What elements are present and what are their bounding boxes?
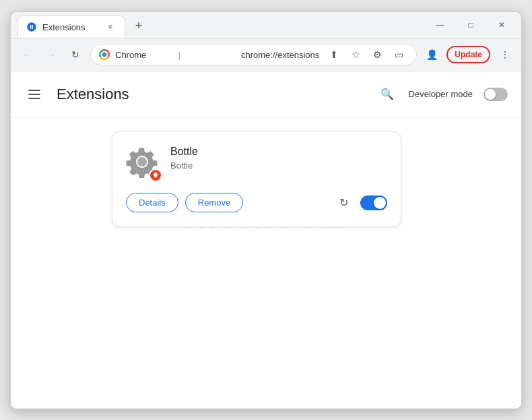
tabs-area: Extensions × + (11, 12, 420, 38)
address-icons: ⬆ ☆ ⚙ ▭ (325, 45, 408, 64)
url-text: chrome://extensions (241, 50, 319, 60)
extension-toggle[interactable] (360, 196, 387, 210)
menu-line-1 (28, 90, 40, 91)
svg-point-0 (137, 156, 147, 167)
forward-button[interactable]: → (42, 45, 61, 64)
profile-icon[interactable]: 👤 (422, 45, 441, 64)
menu-line-2 (28, 94, 40, 95)
back-button[interactable]: ← (18, 45, 36, 64)
menu-button[interactable] (24, 82, 48, 107)
page-content: Extensions 🔍 Developer mode PC RISK.COM (11, 71, 521, 409)
reload-extension-button[interactable]: ↻ (333, 193, 354, 213)
extension-name: Bottle (170, 146, 387, 158)
extension-description: Bottle (170, 160, 387, 171)
chrome-logo-icon (99, 49, 110, 60)
extension-icon-wrap (126, 146, 160, 179)
extensions-body: PC RISK.COM (11, 118, 521, 241)
card-top: Bottle Bottle (126, 146, 387, 179)
close-button[interactable]: ✕ (486, 11, 517, 38)
tab-title: Extensions (42, 22, 99, 32)
card-bottom: Details Remove ↻ (126, 193, 387, 213)
remove-button[interactable]: Remove (185, 193, 243, 212)
extension-badge-icon (149, 169, 162, 182)
active-tab[interactable]: Extensions × (18, 16, 125, 38)
title-bar: Extensions × + — □ ✕ (11, 12, 521, 39)
details-button[interactable]: Details (126, 193, 178, 212)
search-button[interactable]: 🔍 (376, 84, 398, 105)
extension-toggle-knob (374, 197, 386, 209)
site-name: Chrome (115, 50, 170, 60)
browser-window: Extensions × + — □ ✕ ← → ↻ Chrome | chro… (10, 11, 522, 409)
maximize-button[interactable]: □ (455, 11, 486, 38)
bookmark-icon[interactable]: ☆ (346, 45, 365, 64)
extensions-icon[interactable]: ⚙ (368, 45, 387, 64)
more-options-icon[interactable]: ⋮ (496, 45, 514, 64)
reload-button[interactable]: ↻ (66, 45, 85, 64)
update-button[interactable]: Update (446, 46, 490, 63)
toggle-knob (485, 89, 496, 100)
address-separator: | (178, 50, 234, 60)
minimize-button[interactable]: — (424, 11, 455, 38)
menu-line-3 (28, 98, 40, 99)
developer-mode-toggle[interactable] (484, 88, 508, 101)
cast-icon[interactable]: ▭ (389, 45, 408, 64)
extension-info: Bottle Bottle (170, 146, 387, 171)
extension-card: Bottle Bottle Details Remove ↻ (112, 131, 401, 227)
address-input[interactable]: Chrome | chrome://extensions ⬆ ☆ ⚙ ▭ (90, 44, 417, 65)
share-icon[interactable]: ⬆ (325, 45, 343, 64)
window-controls: — □ ✕ (420, 12, 521, 38)
tab-close-btn[interactable]: × (104, 21, 117, 33)
header-right: 🔍 Developer mode (376, 84, 508, 105)
extensions-header: Extensions 🔍 Developer mode (11, 71, 521, 118)
address-bar: ← → ↻ Chrome | chrome://extensions ⬆ ☆ ⚙… (11, 39, 521, 71)
new-tab-button[interactable]: + (129, 17, 148, 36)
developer-mode-label: Developer mode (409, 89, 473, 99)
tab-icon (26, 22, 37, 32)
page-title: Extensions (57, 86, 376, 103)
